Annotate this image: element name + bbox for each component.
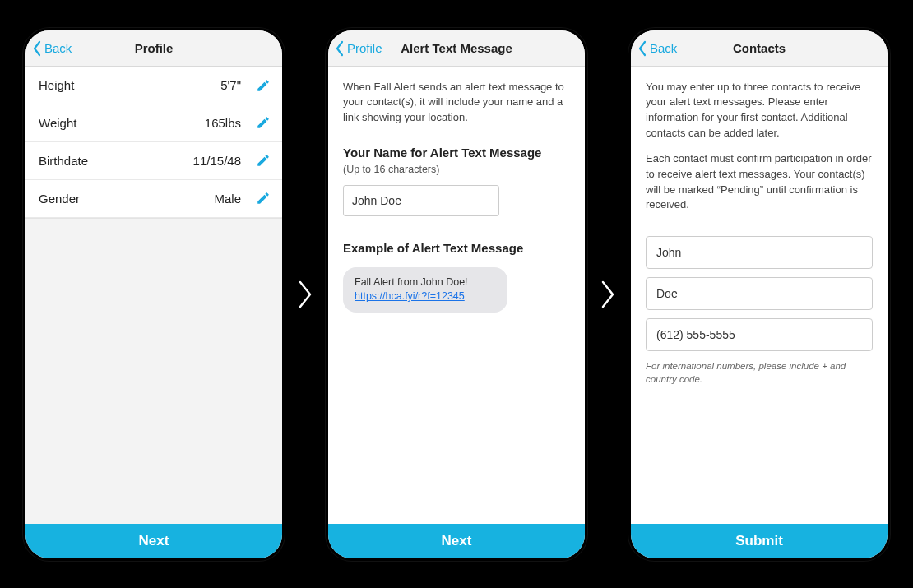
phone-contacts: Back Contacts You may enter up to three …: [628, 28, 890, 561]
row-label: Gender: [39, 192, 80, 206]
row-height[interactable]: Height 5'7": [25, 67, 282, 104]
row-value: 5'7": [220, 78, 241, 92]
next-label: Next: [139, 533, 169, 549]
pencil-icon[interactable]: [256, 153, 271, 168]
alert-content: When Fall Alert sends an alert text mess…: [328, 67, 585, 524]
header: Profile Alert Text Message: [328, 30, 585, 67]
first-name-value: John: [656, 244, 681, 261]
header: Back Contacts: [631, 30, 888, 67]
example-message-bubble: Fall Alert from John Doe! https://hca.fy…: [343, 267, 507, 313]
pencil-icon[interactable]: [256, 78, 271, 93]
back-button[interactable]: Back: [32, 30, 72, 67]
contacts-para-2: Each contact must confirm participation …: [646, 151, 873, 213]
row-label: Birthdate: [39, 154, 88, 168]
back-label: Profile: [347, 41, 382, 55]
example-title: Example of Alert Text Message: [343, 239, 570, 257]
row-weight[interactable]: Weight 165lbs: [25, 104, 282, 142]
row-label: Height: [39, 78, 74, 92]
flow-arrow-icon: [594, 280, 622, 308]
chevron-left-icon: [335, 40, 345, 57]
next-button[interactable]: Next: [25, 524, 282, 558]
page-title: Contacts: [733, 41, 786, 55]
phone-profile: Back Profile Height 5'7" Weight 165lbs: [23, 28, 285, 561]
intro-text: When Fall Alert sends an alert text mess…: [343, 80, 570, 127]
profile-list: Height 5'7" Weight 165lbs Birthdate 11/1…: [25, 67, 282, 524]
back-label: Back: [650, 41, 677, 55]
page-title: Profile: [135, 41, 174, 55]
bubble-link[interactable]: https://hca.fyi/r?f=12345: [355, 289, 496, 304]
row-birthdate[interactable]: Birthdate 11/15/48: [25, 142, 282, 180]
name-section-title: Your Name for Alert Text Message: [343, 144, 570, 162]
next-label: Next: [442, 533, 472, 549]
phone-input[interactable]: (612) 555-5555: [646, 318, 873, 351]
alert-name-value: John Doe: [352, 192, 401, 209]
row-gender[interactable]: Gender Male: [25, 180, 282, 218]
last-name-input[interactable]: Doe: [646, 277, 873, 310]
phone-value: (612) 555-5555: [656, 326, 735, 343]
submit-label: Submit: [735, 533, 783, 549]
chevron-left-icon: [637, 40, 647, 57]
first-name-input[interactable]: John: [646, 236, 873, 269]
chevron-left-icon: [32, 40, 42, 57]
bubble-text: Fall Alert from John Doe!: [355, 275, 496, 290]
back-button[interactable]: Profile: [335, 30, 382, 67]
row-value: 11/15/48: [193, 154, 241, 168]
name-section-sub: (Up to 16 characters): [343, 162, 570, 177]
next-button[interactable]: Next: [328, 524, 585, 558]
pencil-icon[interactable]: [256, 191, 271, 206]
contacts-content: You may enter up to three contacts to re…: [631, 67, 888, 524]
flow-arrow-icon: [291, 280, 319, 308]
phone-alert-message: Profile Alert Text Message When Fall Ale…: [326, 28, 587, 561]
contacts-para-1: You may enter up to three contacts to re…: [646, 80, 873, 141]
header: Back Profile: [25, 30, 282, 67]
page-title: Alert Text Message: [401, 41, 512, 55]
pencil-icon[interactable]: [256, 115, 271, 130]
back-button[interactable]: Back: [637, 30, 677, 67]
phone-hint: For international numbers, please includ…: [646, 359, 873, 386]
submit-button[interactable]: Submit: [631, 524, 888, 558]
row-label: Weight: [39, 116, 76, 130]
back-label: Back: [44, 41, 72, 55]
alert-name-input[interactable]: John Doe: [343, 185, 499, 216]
last-name-value: Doe: [656, 285, 678, 302]
row-value: 165lbs: [205, 116, 241, 130]
row-value: Male: [214, 192, 241, 206]
